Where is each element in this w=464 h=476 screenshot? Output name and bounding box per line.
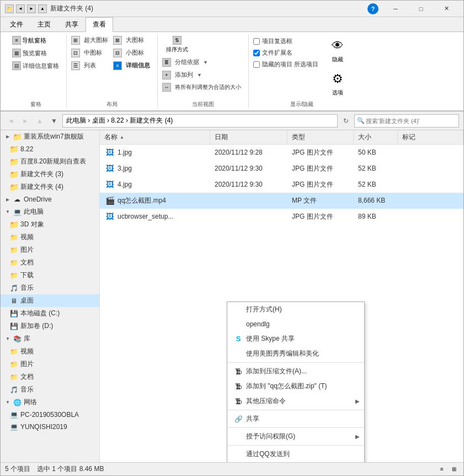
list-btn[interactable]: 列表 <box>81 60 99 71</box>
file-row-1[interactable]: 🖼 3.jpg 2020/11/12 9:30 JPG 图片文件 52 KB <box>100 161 463 177</box>
minimize-button[interactable]: ─ <box>383 1 408 17</box>
sidebar-item-d[interactable]: 💾 新加卷 (D:) <box>1 320 99 332</box>
sidebar-item-net[interactable]: ▼ 🌐 网络 <box>1 396 99 409</box>
fit-btn[interactable]: 将所有列调整为合适的大小 <box>172 82 244 93</box>
up-icon: ▲ <box>38 4 47 13</box>
sidebar-label: 图片 <box>20 245 34 255</box>
ext-checkbox-label[interactable]: 文件扩展名 <box>253 48 318 57</box>
xlarge-btn[interactable]: 超大图标 <box>81 34 111 46</box>
hide-btn[interactable]: 👁 隐藏 <box>325 34 350 66</box>
ext-checkbox[interactable] <box>253 50 260 56</box>
col-type-header[interactable]: 类型 <box>287 130 354 144</box>
sort-btn[interactable]: ⇅ 排序方式 <box>162 34 192 55</box>
ribbon-group-showhide: 项目复选框 文件扩展名 隐藏的项目 所选项目 👁 隐藏 <box>249 34 355 108</box>
sidebar-item-music[interactable]: 🎵 音乐 <box>1 282 99 294</box>
sidebar-item-pc1[interactable]: 💻 PC-20190530OBLA <box>1 409 99 421</box>
sidebar-item-pc[interactable]: ▼ 💻 此电脑 <box>1 205 99 218</box>
ctx-meitu[interactable]: 使用美图秀秀编辑和美化 <box>227 346 364 361</box>
sidebar-item-3d[interactable]: 📁 3D 对象 <box>1 218 99 231</box>
status-bar: 5 个项目 选中 1 个项目 8.46 MB ≡ ⊞ <box>1 462 463 475</box>
sidebar-item-lib[interactable]: ▼ 📚 库 <box>1 332 99 345</box>
tab-file[interactable]: 文件 <box>3 17 30 31</box>
sidebar-item-c[interactable]: 💾 本地磁盘 (C:) <box>1 307 99 320</box>
pc1-icon: 💻 <box>9 410 18 419</box>
item-checkbox[interactable] <box>253 38 260 45</box>
ctx-add-zip[interactable]: 🗜 添加到 "qq怎么截图.zip" (T) <box>227 379 364 394</box>
more-compress-icon: 🗜 <box>234 397 243 406</box>
close-button[interactable]: ✕ <box>434 1 459 17</box>
recent-button[interactable]: ▼ <box>48 115 60 127</box>
back-button[interactable]: ◄ <box>5 115 17 127</box>
detail-btn[interactable]: 详细信息 <box>123 60 153 71</box>
maximize-button[interactable]: □ <box>408 1 434 17</box>
sidebar-item-video[interactable]: 📁 视频 <box>1 231 99 244</box>
file-name-0: 🖼 1.jpg <box>100 146 210 159</box>
sidebar-item-lib-music[interactable]: 🎵 音乐 <box>1 383 99 396</box>
tab-view[interactable]: 查看 <box>86 17 113 32</box>
address-input[interactable] <box>62 114 338 128</box>
tab-home[interactable]: 主页 <box>30 17 58 31</box>
ctx-grant-access[interactable]: 授予访问权限(G) ▶ <box>227 429 364 444</box>
sidebar-item-doc[interactable]: 📁 文档 <box>1 256 99 269</box>
small-btn[interactable]: 小图标 <box>123 47 147 59</box>
sidebar-item-pc2[interactable]: 💻 YUNQISHI2019 <box>1 421 99 433</box>
group-btn[interactable]: 分组依据 <box>172 56 202 68</box>
ctx-open-with[interactable]: 打开方式(H) <box>227 302 364 317</box>
skype-icon: S <box>234 335 243 343</box>
item-checkbox-label[interactable]: 项目复选框 <box>253 36 318 46</box>
file-size-1: 52 KB <box>354 163 398 173</box>
ctx-opendlg[interactable]: opendlg <box>227 317 364 331</box>
sidebar-item-desktop[interactable]: 🖥 桌面 <box>1 294 99 307</box>
col-size-header[interactable]: 大小 <box>354 130 398 144</box>
sidebar-item-onedrive[interactable]: ▶ ☁ OneDrive <box>1 193 99 205</box>
sidebar-item-lib-pic[interactable]: 📁 图片 <box>1 358 99 371</box>
sidebar-item-lib-doc[interactable]: 📁 文档 <box>1 371 99 383</box>
forward-button[interactable]: ► <box>19 115 31 127</box>
sidebar-item-1[interactable]: 📁 8.22 <box>1 143 99 155</box>
window: 📁 ◄ ► ▲ 新建文件夹 (4) ? ─ □ ✕ 文件 主页 共享 查看 <box>0 0 464 476</box>
options-btn[interactable]: ⚙ 选项 <box>325 67 350 99</box>
ctx-share[interactable]: 🔗 共享 <box>227 411 364 426</box>
details-pane-button[interactable]: ▤ 详细信息窗格 <box>9 60 62 72</box>
file-row-4[interactable]: 🖼 ucbrowser_setup... JPG 图片文件 89 KB <box>100 209 463 225</box>
status-right: ≡ ⊞ <box>437 464 459 474</box>
addcol-btn[interactable]: 添加列 <box>172 69 196 81</box>
jpg-icon: 🖼 <box>104 163 115 174</box>
search-box: 🔍 <box>354 114 459 128</box>
sidebar-item-4[interactable]: 📁 新建文件夹 (4) <box>1 181 99 193</box>
file-tag-4 <box>398 215 463 218</box>
sidebar-item-0[interactable]: ▶ 📁 重装系统win7旗舰版 <box>1 130 99 143</box>
file-row-0[interactable]: 🖼 1.jpg 2020/11/12 9:28 JPG 图片文件 50 KB <box>100 145 463 161</box>
music-folder-icon: 🎵 <box>9 284 18 293</box>
tab-share[interactable]: 共享 <box>58 17 86 31</box>
sidebar-item-2[interactable]: 📁 百度8.20新规则自查表 <box>1 155 99 168</box>
lib-music-icon: 🎵 <box>9 385 18 394</box>
detail-view-button[interactable]: ⊞ <box>449 464 459 474</box>
ctx-more-compress[interactable]: 🗜 其他压缩命令 ▶ <box>227 394 364 409</box>
up-button[interactable]: ▲ <box>34 115 46 127</box>
list-view-button[interactable]: ≡ <box>437 464 447 474</box>
help-button[interactable]: ? <box>367 3 378 14</box>
col-name-header[interactable]: 名称 ▲ <box>100 130 210 144</box>
sidebar-item-pic[interactable]: 📁 图片 <box>1 244 99 256</box>
sidebar-item-dl[interactable]: 📁 下载 <box>1 269 99 282</box>
ctx-qq-send[interactable]: 通过QQ发送到 <box>227 447 364 462</box>
search-input[interactable] <box>366 118 456 124</box>
hidden-checkbox[interactable] <box>253 61 260 68</box>
col-tag-header[interactable]: 标记 <box>398 130 463 144</box>
preview-pane-button[interactable]: ▦ 预览窗格 <box>9 47 50 59</box>
ctx-skype[interactable]: S 使用 Skype 共享 <box>227 331 364 346</box>
sidebar-item-3[interactable]: 📁 新建文件夹 (3) <box>1 168 99 181</box>
sidebar-item-lib-video[interactable]: 📁 视频 <box>1 345 99 358</box>
nav-pane-button[interactable]: ≡ 导航窗格 <box>9 34 49 46</box>
col-date-header[interactable]: 日期 <box>210 130 287 144</box>
hidden-checkbox-label[interactable]: 隐藏的项目 所选项目 <box>253 60 318 69</box>
refresh-button[interactable]: ↻ <box>340 115 352 127</box>
title-bar-icons: 📁 ◄ ► ▲ <box>5 4 47 13</box>
ctx-add-archive[interactable]: 🗜 添加到压缩文件(A)... <box>227 364 364 379</box>
file-row-3[interactable]: 🎬 qq怎么截图.mp4 MP 文件 8,666 KB <box>100 193 463 209</box>
medium-btn[interactable]: 中图标 <box>81 47 105 59</box>
file-row-2[interactable]: 🖼 4.jpg 2020/11/12 9:30 JPG 图片文件 52 KB <box>100 177 463 193</box>
small-icon-icon: ⊟ <box>113 49 122 57</box>
large-btn[interactable]: 大图标 <box>123 34 147 46</box>
